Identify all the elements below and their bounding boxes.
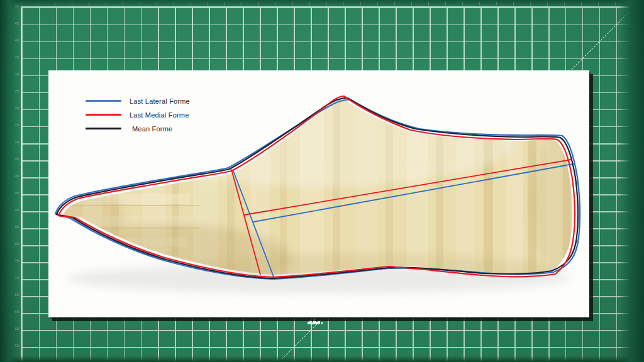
mat-top-tick	[140, 1, 140, 5]
legend-label: Last Medial Forme	[130, 111, 189, 119]
legend: Last Lateral FormeLast Medial FormeMean …	[86, 97, 190, 138]
paper-sheet: Last Lateral FormeLast Medial FormeMean …	[48, 70, 589, 317]
mat-ruler-label: 10	[8, 140, 19, 144]
mat-top-tick	[106, 1, 106, 5]
mat-top-tick	[445, 1, 446, 5]
legend-line-swatch	[86, 128, 121, 129]
mat-ruler-label: 85	[8, 225, 19, 229]
mat-ruler-label: 25	[8, 89, 19, 93]
mat-top-tick	[411, 1, 412, 5]
mat-top-tick	[38, 1, 38, 5]
mat-top-tick	[377, 1, 378, 5]
mat-top-tick	[343, 1, 344, 5]
mat-top-tick	[275, 1, 276, 5]
mat-ruler-label: 45	[8, 21, 19, 25]
mat-ruler-label: 70	[8, 276, 19, 280]
mat-ruler-label: 40	[8, 38, 19, 42]
legend-row: Last Medial Forme	[86, 111, 190, 119]
mat-ruler-label: 50	[8, 4, 19, 8]
mat-top-tick	[225, 1, 225, 5]
mat-ruler-label: 05	[8, 157, 19, 161]
mat-top-tick	[547, 1, 548, 5]
mat-top-tick	[292, 1, 293, 5]
legend-label: Last Lateral Forme	[130, 97, 190, 105]
mat-ruler-label: 60	[8, 310, 19, 314]
mat-top-tick	[89, 1, 89, 5]
legend-row: Last Lateral Forme	[86, 97, 190, 105]
mat-ruler-label: 30	[8, 72, 19, 76]
mat-top-tick	[157, 1, 157, 5]
mat-top-tick	[598, 1, 599, 5]
mat-ruler-label: 95	[8, 191, 19, 195]
mat-top-tick	[72, 1, 72, 5]
mat-ruler-label: 50	[8, 344, 19, 348]
legend-label: Mean Forme	[132, 125, 172, 133]
mat-ruler-label: 20	[8, 106, 19, 110]
mat-top-tick	[258, 1, 259, 5]
mat-top-tick	[615, 1, 616, 5]
mat-ruler-label: 15	[8, 123, 19, 127]
mat-top-tick	[360, 1, 361, 5]
mat-ruler-label: 75	[8, 259, 19, 263]
mat-top-tick	[55, 1, 55, 5]
mat-top-tick	[174, 1, 174, 5]
photo-scene: 5045403530252015100500959085807570656055…	[0, 0, 644, 362]
legend-line-swatch	[86, 100, 121, 102]
mat-top-tick	[326, 1, 327, 5]
mat-ruler-label: 35	[8, 55, 19, 59]
legend-row: Mean Forme	[86, 124, 190, 133]
mat-top-tick	[479, 1, 480, 5]
legend-line-swatch	[86, 114, 121, 116]
mat-top-tick	[309, 1, 310, 5]
mat-ruler-label: 80	[8, 242, 19, 246]
mat-top-tick	[581, 1, 582, 5]
mat-ruler-label: 00	[8, 174, 19, 178]
mat-ruler-label: 55	[8, 327, 19, 331]
mat-top-tick	[513, 1, 514, 5]
mat-top-tick	[496, 1, 497, 5]
mat-top-tick	[123, 1, 123, 5]
mat-top-tick	[208, 1, 208, 5]
mat-maker-mark-icon	[307, 316, 325, 326]
mat-top-tick	[394, 1, 395, 5]
mat-ruler-label: 90	[8, 208, 19, 212]
mat-top-tick	[530, 1, 531, 5]
mat-top-tick	[428, 1, 429, 5]
mat-top-tick	[564, 1, 565, 5]
mat-top-tick	[462, 1, 463, 5]
mat-top-tick	[191, 1, 191, 5]
mat-ruler-label: 65	[8, 293, 19, 297]
mat-top-tick	[242, 1, 242, 5]
mat-top-tick	[21, 1, 21, 5]
